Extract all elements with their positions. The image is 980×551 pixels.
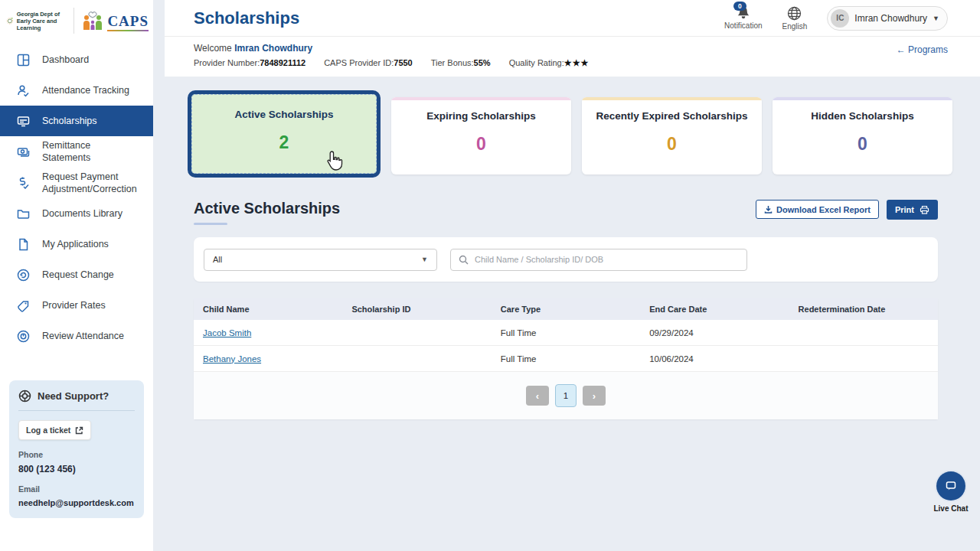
provider-info: Provider Number:7848921112 CAPS Provider… — [194, 58, 948, 68]
tier-bonus: 55% — [474, 58, 491, 67]
greeting: Welcome — [194, 43, 232, 54]
caps-logo: CAPS — [81, 10, 149, 31]
card-accent-band — [391, 97, 571, 100]
page-header: Scholarships 0 Notification English IC I… — [165, 0, 980, 77]
chevron-down-icon: ▼ — [933, 15, 939, 22]
caps-family-icon — [81, 10, 104, 31]
card-accent-band — [582, 97, 762, 100]
avatar: IC — [831, 9, 849, 28]
folder-icon — [17, 207, 30, 220]
log-a-ticket-button[interactable]: Log a ticket — [18, 420, 91, 440]
language-label: English — [782, 22, 808, 31]
provider-number: 7848921112 — [260, 58, 305, 67]
table-row: Jacob Smith Full Time 09/29/2024 — [194, 320, 938, 346]
caps-underline — [107, 30, 149, 31]
table-row: Bethany Jones Full Time 10/06/2024 — [194, 346, 938, 372]
user-menu[interactable]: IC Imran Chowdhury ▼ — [827, 6, 948, 31]
sidebar-item-request-payment-adjustment[interactable]: Request Payment Adjustment/Correction — [0, 168, 153, 199]
page-number-1[interactable]: 1 — [555, 384, 577, 407]
sidebar: Georgia Dept of Early Care and Learning … — [0, 0, 153, 551]
notification-label: Notification — [724, 21, 762, 30]
quality-rating-stars: ★★★ — [564, 58, 590, 67]
georgia-decal-logo: Georgia Dept of Early Care and Learning — [6, 11, 66, 31]
scholarship-summary-cards: Active Scholarships 2 Expiring Scholarsh… — [188, 97, 952, 178]
georgia-sun-icon — [6, 12, 14, 29]
lifebuoy-icon — [18, 390, 31, 403]
card-accent-band — [192, 95, 376, 98]
card-accent-band — [773, 97, 952, 100]
active-scholarships-card[interactable]: Active Scholarships 2 — [188, 90, 381, 178]
child-name-link[interactable]: Bethany Jones — [203, 354, 261, 364]
sidebar-nav: Dashboard Attendance Tracking Scholarshi… — [0, 44, 153, 351]
filter-bar: All ▼ — [194, 237, 938, 282]
sidebar-item-documents-library[interactable]: Documents Library — [0, 198, 153, 229]
welcome-row: Welcome Imran Chowdhury Provider Number:… — [165, 37, 980, 68]
sidebar-item-scholarships[interactable]: Scholarships — [0, 106, 153, 136]
need-support-panel: Need Support? Log a ticket Phone 800 (12… — [9, 380, 144, 518]
phone-value: 800 (123 456) — [18, 464, 135, 474]
previous-page-button[interactable]: ‹ — [526, 386, 549, 406]
refresh-icon — [17, 269, 30, 282]
caps-provider-id: 7550 — [394, 58, 412, 67]
mouse-hand-cursor — [325, 150, 345, 173]
search-field — [450, 249, 747, 271]
sidebar-item-my-applications[interactable]: My Applications — [0, 229, 153, 259]
back-arrow-icon: ← — [897, 44, 906, 55]
language-button[interactable]: English — [782, 6, 808, 31]
scholarships-icon — [17, 115, 30, 128]
child-name-link[interactable]: Jacob Smith — [203, 328, 251, 337]
sidebar-item-review-attendance[interactable]: Review Attendance — [0, 321, 153, 351]
sidebar-item-attendance-tracking[interactable]: Attendance Tracking — [0, 75, 153, 106]
pagination: ‹ 1 › — [194, 372, 938, 419]
sidebar-item-remittance-statements[interactable]: Remittance Statements — [0, 136, 153, 168]
scholarships-table: Child Name Scholarship ID Care Type End … — [194, 298, 938, 419]
document-icon — [17, 238, 30, 251]
tag-icon — [17, 299, 30, 312]
payment-adjustment-icon — [17, 176, 30, 189]
printer-icon — [920, 205, 929, 214]
back-to-programs-link[interactable]: ← Programs — [897, 44, 948, 55]
sidebar-item-request-change[interactable]: Request Change — [0, 259, 153, 290]
dropdown-value: All — [213, 255, 222, 264]
clock-icon — [17, 330, 30, 343]
remittance-icon — [17, 145, 30, 158]
active-scholarships-section-header: Active Scholarships Download Excel Repor… — [194, 200, 938, 225]
table-header-row: Child Name Scholarship ID Care Type End … — [194, 298, 938, 320]
print-button[interactable]: Print — [887, 200, 938, 220]
download-excel-report-button[interactable]: Download Excel Report — [756, 200, 879, 219]
attendance-icon — [17, 84, 30, 97]
email-label: Email — [18, 484, 135, 494]
search-icon — [459, 255, 469, 265]
page-title: Scholarships — [194, 8, 299, 28]
georgia-org-name: Georgia Dept of Early Care and Learning — [17, 11, 66, 31]
sidebar-item-dashboard[interactable]: Dashboard — [0, 44, 153, 75]
caps-wordmark: CAPS — [107, 14, 149, 28]
phone-label: Phone — [18, 450, 135, 459]
support-title: Need Support? — [38, 390, 109, 402]
email-value: needhelp@supportdesk.com — [18, 498, 135, 507]
hidden-scholarships-card[interactable]: Hidden Scholarships 0 — [773, 97, 952, 174]
notification-button[interactable]: 0 Notification — [724, 6, 762, 30]
chevron-down-icon: ▼ — [421, 256, 428, 263]
download-icon — [764, 205, 773, 214]
welcome-user-name: Imran Chowdhury — [234, 43, 312, 54]
status-filter-dropdown[interactable]: All ▼ — [204, 249, 437, 271]
recently-expired-scholarships-card[interactable]: Recently Expired Scholarships 0 — [582, 97, 762, 174]
live-chat-label: Live Chat — [933, 504, 968, 513]
next-page-button[interactable]: › — [583, 386, 606, 406]
user-name: Imran Chowdhury — [854, 13, 927, 24]
logo-row: Georgia Dept of Early Care and Learning … — [0, 0, 153, 41]
globe-icon — [787, 6, 802, 21]
external-link-icon — [75, 426, 83, 435]
chat-bubble-icon — [945, 480, 957, 492]
section-title: Active Scholarships — [194, 200, 340, 225]
search-input[interactable] — [475, 255, 739, 264]
support-divider — [18, 410, 135, 411]
notification-badge: 0 — [733, 2, 746, 11]
live-chat-button[interactable]: Live Chat — [926, 471, 975, 513]
sidebar-item-provider-rates[interactable]: Provider Rates — [0, 290, 153, 321]
expiring-scholarships-card[interactable]: Expiring Scholarships 0 — [391, 97, 571, 174]
dashboard-icon — [17, 54, 30, 67]
